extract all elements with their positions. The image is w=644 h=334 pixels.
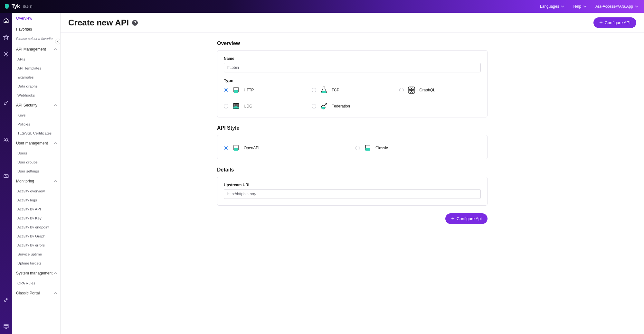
sidebar-item-service-uptime[interactable]: Service uptime <box>12 250 60 259</box>
sidebar-group-api-security[interactable]: API Security <box>12 100 60 111</box>
beaker-icon <box>232 86 241 95</box>
account-label: Ara-Access@Ara.App <box>595 4 633 9</box>
help-menu[interactable]: Help <box>573 4 586 9</box>
sidebar-group-label: API Management <box>16 47 46 51</box>
upstream-url-input[interactable] <box>224 189 481 199</box>
atom-icon <box>407 86 416 95</box>
type-radio-federation[interactable] <box>312 104 316 108</box>
sidebar-item-activity-key[interactable]: Activity by Key <box>12 214 60 223</box>
sidebar-favorites[interactable]: Favorites <box>12 24 60 35</box>
sidebar-item-uptime-targets[interactable]: Uptime targets <box>12 259 60 268</box>
type-radio-tcp[interactable] <box>312 88 316 92</box>
section-details-title: Details <box>217 167 488 173</box>
sidebar-item-apis[interactable]: APIs <box>12 55 60 64</box>
type-label-http: HTTP <box>244 88 254 92</box>
sidebar-item-activity-logs[interactable]: Activity logs <box>12 196 60 205</box>
sidebar-group-classic-portal[interactable]: Classic Portal <box>12 288 60 299</box>
sidebar-item-activity-errors[interactable]: Activity by errors <box>12 241 60 250</box>
sidebar-item-activity-endpoint[interactable]: Activity by endpoint <box>12 223 60 232</box>
svg-rect-17 <box>237 107 239 109</box>
monitor-icon[interactable] <box>3 173 9 180</box>
sidebar-group-user-management[interactable]: User management <box>12 138 60 149</box>
main-content: Create new API ? Configure API Overview … <box>61 13 644 334</box>
gear-icon[interactable] <box>3 51 9 57</box>
chevron-down-icon <box>635 5 638 8</box>
sidebar-group-api-management[interactable]: API Management <box>12 44 60 55</box>
languages-menu[interactable]: Languages <box>540 4 564 9</box>
sidebar-group-label: User management <box>16 141 48 145</box>
sidebar-overview[interactable]: Overview <box>12 13 60 24</box>
chevron-up-icon <box>54 272 57 275</box>
sidebar-item-opa-rules[interactable]: OPA Rules <box>12 279 60 288</box>
style-option-classic[interactable]: Classic <box>355 144 481 153</box>
sidebar-item-user-settings[interactable]: User settings <box>12 167 60 176</box>
type-label-tcp: TCP <box>332 88 339 92</box>
account-menu[interactable]: Ara-Access@Ara.App <box>595 4 638 9</box>
sidebar-item-data-graphs[interactable]: Data graphs <box>12 82 60 91</box>
key-icon[interactable] <box>3 100 9 106</box>
section-overview-title: Overview <box>217 41 488 46</box>
name-label: Name <box>224 56 481 61</box>
sidebar-item-policies[interactable]: Policies <box>12 120 60 129</box>
sidebar-group-label: Classic Portal <box>16 291 40 295</box>
sidebar-group-system-management[interactable]: System management <box>12 268 60 279</box>
wrench-icon[interactable] <box>3 297 9 303</box>
users-icon[interactable] <box>3 136 9 143</box>
style-label-classic: Classic <box>375 146 388 150</box>
sidebar-group-label: Monitoring <box>16 179 34 183</box>
type-radio-udg[interactable] <box>224 104 228 108</box>
sidebar-item-tls[interactable]: TLS/SSL Certificates <box>12 129 60 138</box>
sidebar-item-activity-overview[interactable]: Activity overview <box>12 187 60 196</box>
sidebar: Overview Favorites Please select a favor… <box>12 13 61 334</box>
sidebar-item-activity-graph[interactable]: Activity by Graph <box>12 232 60 241</box>
configure-api-button-bottom[interactable]: Configure Api <box>445 213 488 224</box>
configure-api-button-top[interactable]: Configure API <box>593 17 636 28</box>
type-option-federation[interactable]: Federation <box>312 102 393 111</box>
sidebar-group-monitoring[interactable]: Monitoring <box>12 176 60 187</box>
star-icon[interactable] <box>3 34 9 41</box>
portal-icon[interactable] <box>3 323 9 329</box>
chevron-down-icon <box>561 5 564 8</box>
type-radio-graphql[interactable] <box>399 88 404 92</box>
sidebar-favorites-empty: Please select a favorite <box>12 35 60 44</box>
svg-point-2 <box>5 138 6 140</box>
help-label: Help <box>573 4 581 9</box>
details-card: Upstream URL <box>217 177 488 206</box>
sidebar-item-user-groups[interactable]: User groups <box>12 158 60 167</box>
style-option-openapi[interactable]: OpenAPI <box>224 144 349 153</box>
beaker-icon <box>363 144 372 153</box>
test-tubes-icon <box>232 102 241 111</box>
sidebar-item-keys[interactable]: Keys <box>12 111 60 120</box>
style-radio-openapi[interactable] <box>224 146 228 150</box>
upstream-label: Upstream URL <box>224 183 481 187</box>
type-option-http[interactable]: HTTP <box>224 86 305 95</box>
help-icon[interactable]: ? <box>132 20 138 26</box>
type-radio-http[interactable] <box>224 88 228 92</box>
style-label-openapi: OpenAPI <box>244 146 260 150</box>
chevron-up-icon <box>54 292 57 295</box>
retort-icon <box>319 102 328 111</box>
name-input[interactable] <box>224 63 481 72</box>
home-icon[interactable] <box>3 17 9 24</box>
sidebar-item-activity-api[interactable]: Activity by API <box>12 205 60 214</box>
chevron-up-icon <box>54 104 57 107</box>
svg-rect-16 <box>235 106 237 109</box>
topbar: Tyk (5.5.2) Languages Help Ara-Access@Ar… <box>0 0 644 13</box>
svg-point-1 <box>4 103 6 105</box>
api-style-card: OpenAPI Classic <box>217 135 488 159</box>
flask-icon <box>319 86 328 95</box>
type-option-tcp[interactable]: TCP <box>312 86 393 95</box>
sidebar-item-users[interactable]: Users <box>12 149 60 158</box>
plus-icon <box>599 21 603 24</box>
sidebar-item-examples[interactable]: Examples <box>12 73 60 82</box>
configure-label: Configure API <box>605 20 630 25</box>
configure-label: Configure Api <box>457 216 482 221</box>
type-option-graphql[interactable]: GraphQL <box>399 86 481 95</box>
sidebar-item-api-templates[interactable]: API Templates <box>12 64 60 73</box>
sidebar-collapse-button[interactable] <box>55 39 61 44</box>
style-radio-classic[interactable] <box>355 146 360 150</box>
sidebar-item-webhooks[interactable]: Webhooks <box>12 91 60 100</box>
type-option-udg[interactable]: UDG <box>224 102 305 111</box>
svg-rect-15 <box>233 107 235 109</box>
languages-label: Languages <box>540 4 559 9</box>
